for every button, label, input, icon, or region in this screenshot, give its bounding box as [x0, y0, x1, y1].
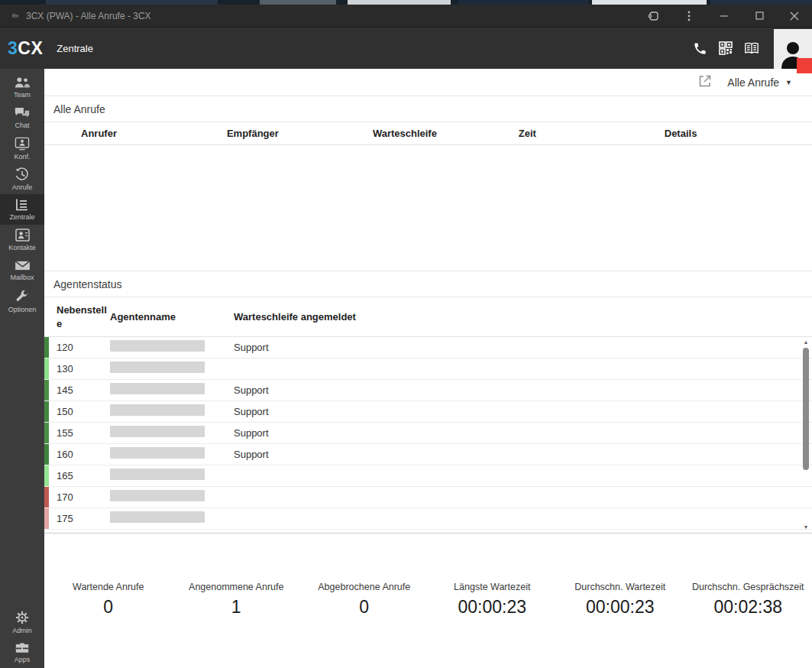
sidebar-item-label: Apps	[15, 656, 31, 663]
sidebar-item-label: Optionen	[8, 306, 37, 313]
agent-row[interactable]: 145 Support	[44, 380, 812, 401]
stat-label: Längste Wartezeit	[429, 582, 557, 592]
sidebar-item-admin[interactable]: Admin	[0, 607, 44, 637]
sidebar-item-team[interactable]: Team	[0, 72, 44, 102]
agents-table-body: 120 Support 130 145	[44, 337, 812, 533]
agent-status-indicator	[44, 358, 49, 379]
stat-item: Angenommene Anrufe 1	[173, 582, 301, 618]
agents-scrollbar[interactable]: ▲ ▼	[801, 339, 810, 531]
scroll-up-icon[interactable]: ▲	[804, 339, 809, 346]
close-button[interactable]	[777, 5, 812, 28]
calls-table-body	[44, 145, 812, 271]
agent-queue: Support	[234, 384, 812, 396]
scrollbar-track[interactable]	[801, 346, 810, 524]
agent-status-indicator	[44, 337, 49, 358]
call-filter-dropdown[interactable]: Alle Anrufe ▼	[727, 76, 792, 89]
pwa-app-icon[interactable]	[636, 5, 671, 28]
stat-item: Längste Wartezeit 00:00:23	[429, 582, 557, 618]
agent-status-indicator	[44, 508, 49, 529]
avatar[interactable]	[774, 29, 812, 69]
sidebar-item-zentrale[interactable]: Zentrale	[0, 194, 44, 225]
agent-row[interactable]: 165	[44, 465, 812, 487]
agent-row[interactable]: 150 Support	[44, 401, 812, 423]
agent-extension: 165	[57, 470, 110, 482]
stat-value: 00:02:38	[684, 597, 812, 618]
calls-column-header: Warteschleife	[336, 128, 482, 139]
stat-label: Durchschn. Wartezeit	[556, 582, 684, 592]
titlebar: ≋x 3CX (PWA) - Alle Anrufe - 3CX	[0, 5, 812, 28]
sidebar-item-apps[interactable]: Apps	[0, 637, 44, 668]
background-fragment	[46, 0, 218, 5]
open-external-icon[interactable]	[698, 74, 712, 91]
page-title: Zentrale	[57, 43, 93, 54]
maximize-button[interactable]	[742, 5, 777, 28]
sidebar-item-chat[interactable]: Chat	[0, 102, 44, 133]
agents-column-name: Agentenname	[110, 310, 234, 324]
call-filter-value: Alle Anrufe	[727, 76, 779, 89]
sidebar-item-label: Konf.	[14, 153, 30, 161]
agent-queue: Support	[234, 449, 812, 460]
logo-3: 3	[8, 38, 18, 58]
phonebook-icon[interactable]	[739, 35, 765, 61]
app-window: ≋x 3CX (PWA) - Alle Anrufe - 3CX 3CX Zen…	[0, 0, 812, 668]
stat-value: 00:00:23	[556, 597, 684, 618]
agent-name-redacted	[110, 404, 205, 416]
stat-label: Wartende Anrufe	[44, 582, 173, 592]
agent-row[interactable]: 130	[44, 358, 812, 380]
qr-code-icon[interactable]	[713, 35, 739, 61]
agent-status-indicator	[44, 487, 49, 507]
sidebar-item-kontakte[interactable]: Kontakte	[0, 225, 44, 255]
agent-extension: 170	[57, 491, 110, 503]
window-title: 3CX (PWA) - Alle Anrufe - 3CX	[26, 11, 151, 21]
stat-value: 0	[44, 597, 173, 618]
agent-status-indicator	[44, 465, 49, 486]
background-fragment	[710, 0, 812, 5]
stat-value: 1	[173, 597, 301, 618]
agent-row[interactable]: 170	[44, 487, 812, 508]
agent-name-redacted	[110, 469, 205, 480]
stat-label: Angenommene Anrufe	[173, 582, 301, 592]
sidebar-item-konf[interactable]: Konf.	[0, 133, 44, 164]
agents-table-header: Nebenstelle Agentenname Warteschleife an…	[44, 297, 812, 337]
agent-row[interactable]: 160 Support	[44, 444, 812, 465]
sidebar-item-optionen[interactable]: Optionen	[0, 286, 44, 316]
sidebar-item-label: Zentrale	[9, 213, 34, 221]
agent-name-redacted	[110, 426, 205, 437]
agent-extension: 155	[57, 427, 110, 439]
3cx-logo: 3CX	[8, 38, 43, 59]
calls-column-header: Empfänger	[190, 128, 336, 139]
agent-name-redacted	[110, 383, 205, 394]
calls-column-header: Zeit	[482, 128, 628, 139]
agent-extension: 145	[57, 384, 110, 396]
agent-queue: Support	[234, 342, 812, 353]
calls-column-header: Anrufer	[44, 128, 190, 139]
sidebar-item-anrufe[interactable]: Anrufe	[0, 164, 44, 194]
main-content: Alle Anrufe ▼ Alle Anrufe Anrufer Empfän…	[44, 69, 812, 668]
sidebar-item-label: Mailbox	[10, 274, 34, 281]
agent-extension: 150	[57, 406, 110, 417]
agent-name-redacted	[110, 447, 205, 459]
logo-cx: CX	[18, 38, 43, 58]
agent-row[interactable]: 120 Support	[44, 337, 812, 358]
stat-item: Abgebrochene Anrufe 0	[300, 582, 429, 618]
agent-status-indicator	[44, 380, 49, 400]
sidebar-item-mailbox[interactable]: Mailbox	[0, 255, 44, 286]
stat-item: Durchschn. Gesprächszeit 00:02:38	[684, 582, 812, 618]
agent-status-indicator	[44, 423, 49, 443]
agent-extension: 130	[57, 363, 110, 375]
kebab-menu-icon[interactable]	[671, 5, 707, 28]
agent-row[interactable]: 175	[44, 508, 812, 530]
scrollbar-thumb[interactable]	[803, 348, 809, 470]
stat-value: 00:00:23	[429, 597, 557, 618]
chevron-down-icon: ▼	[785, 79, 792, 86]
agent-row[interactable]: 155 Support	[44, 423, 812, 444]
stat-item: Durchschn. Wartezeit 00:00:23	[556, 582, 684, 618]
agent-status-indicator	[44, 401, 49, 422]
agent-queue: Support	[234, 427, 812, 439]
minimize-button[interactable]	[707, 5, 742, 28]
sidebar: Team Chat Konf.	[0, 69, 44, 668]
agent-name-redacted	[110, 362, 205, 373]
background-window-sliver	[0, 0, 812, 5]
scroll-down-icon[interactable]: ▼	[804, 524, 809, 531]
dialer-phone-icon[interactable]	[687, 35, 713, 61]
